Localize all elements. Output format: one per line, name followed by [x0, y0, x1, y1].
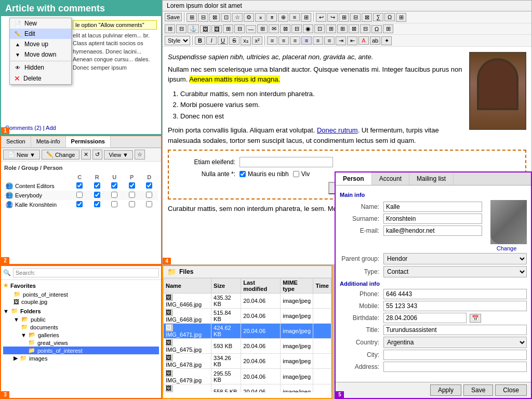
calendar-button[interactable]: 📅	[470, 314, 481, 323]
checkbox-d-0[interactable]	[146, 182, 152, 189]
ed-t2-5[interactable]: ⊞	[223, 24, 233, 33]
anchor-button[interactable]: ⚓	[188, 24, 199, 33]
menu-item-moveup[interactable]: ▲ Move up	[10, 39, 71, 49]
fav-item-points[interactable]: 📁 points_of_interest	[3, 290, 159, 298]
ed-btn-6[interactable]: ⚙	[244, 13, 254, 22]
ed-btn-1[interactable]: ⊞	[187, 13, 197, 22]
ed-btn-15[interactable]: ∑	[373, 13, 383, 21]
type-select[interactable]: Contact	[383, 266, 527, 277]
file-row-6[interactable]: 🖼IMG_6490.jpg558.5 KB20.04.06image/jpeg	[164, 384, 331, 392]
italic-button[interactable]: I	[206, 36, 217, 45]
style-select[interactable]: Style	[165, 36, 190, 45]
country-select[interactable]: Argentina	[383, 337, 527, 348]
menu-item-hidden[interactable]: 👁 Hidden	[10, 62, 71, 73]
align-justify[interactable]: ≡	[301, 36, 312, 45]
checkbox-p-2[interactable]	[129, 201, 135, 207]
ed-btn-3[interactable]: ⊠	[209, 13, 220, 22]
folder-public[interactable]: ▼ 📂 public	[3, 315, 159, 323]
tab-permissions[interactable]: Permissions	[66, 136, 111, 148]
form-checkbox[interactable]	[240, 171, 246, 177]
surname-input[interactable]	[383, 214, 482, 224]
save-person-button[interactable]: Save	[463, 384, 493, 396]
outdent-button[interactable]: ⇤	[347, 36, 357, 45]
checkbox-r-1[interactable]	[94, 192, 100, 198]
tab-mailing-list[interactable]: Mailing list	[409, 172, 454, 185]
address-input[interactable]	[383, 362, 527, 372]
align-left[interactable]: ≡	[267, 36, 277, 45]
apply-button[interactable]: Apply	[430, 384, 461, 396]
file-row-5[interactable]: 🖼IMG_6479.jpg295.55 KB20.04.06image/jpeg	[164, 369, 331, 384]
checkbox-r-0[interactable]	[94, 182, 100, 189]
ed-btn-2[interactable]: ⊟	[198, 13, 208, 22]
form-input-1[interactable]	[240, 157, 333, 167]
ed-t2-10[interactable]: ⊠	[280, 24, 290, 33]
undo-button[interactable]: ↩	[316, 13, 326, 22]
checkbox-p-0[interactable]	[129, 182, 135, 189]
add-link[interactable]: Add	[46, 125, 56, 131]
checkbox-c-1[interactable]	[76, 192, 83, 198]
save-button[interactable]: Save	[165, 13, 182, 21]
ed-t2-6[interactable]: ⊟	[234, 24, 245, 33]
refresh-button[interactable]: ↺	[92, 150, 102, 159]
strikethrough-button[interactable]: S	[229, 36, 240, 45]
phone-input[interactable]	[383, 289, 527, 299]
checkbox-p-1[interactable]	[129, 192, 135, 198]
ed-btn-14[interactable]: ⊠	[362, 13, 372, 22]
ed-btn-17[interactable]: ⊞	[396, 13, 406, 22]
underline-button[interactable]: U	[218, 36, 228, 45]
close-person-button[interactable]: Close	[495, 384, 527, 396]
file-row-3[interactable]: 🖼IMG_6475.jpg593 KB20.04.06image/jpeg	[164, 339, 331, 354]
email-input[interactable]	[383, 225, 482, 236]
subscript-button[interactable]: x₂	[241, 36, 251, 45]
ed-t2-2[interactable]: ⊟	[176, 24, 187, 33]
checkbox-u-0[interactable]	[111, 182, 117, 189]
ed-t2-19[interactable]: ⊞	[383, 24, 393, 33]
mobile-input[interactable]	[383, 301, 527, 311]
ed-t2-7[interactable]: —	[246, 25, 256, 33]
list-button[interactable]: ≡	[313, 36, 323, 45]
ed-btn-11[interactable]: ⊞	[301, 13, 311, 22]
ed-t2-3[interactable]: 🖼	[200, 25, 210, 33]
city-input[interactable]	[383, 350, 527, 360]
files-table-wrap[interactable]: Name Size Last modified MIME type Time 🖼…	[163, 278, 331, 392]
file-row-4[interactable]: 🖼IMG_6478.jpg334.26 KB20.04.06image/jpeg	[164, 354, 331, 369]
ed-btn-10[interactable]: ≡	[289, 13, 300, 21]
search-input[interactable]	[13, 268, 159, 277]
list-ordered-button[interactable]: ≡	[324, 36, 335, 45]
name-input[interactable]	[383, 202, 482, 212]
ed-btn-16[interactable]: Ω	[384, 13, 395, 21]
checkbox-d-2[interactable]	[146, 201, 152, 207]
menu-item-edit[interactable]: ✏️ Edit	[10, 29, 71, 39]
cleanup-button[interactable]: ✦	[381, 36, 392, 45]
ed-t2-4[interactable]: 🖼	[211, 25, 222, 33]
tab-metainfo[interactable]: Meta-info	[31, 136, 66, 148]
title-input[interactable]	[383, 325, 527, 335]
menu-item-delete[interactable]: ✕ Delete	[10, 73, 71, 84]
menu-item-movedown[interactable]: ▼ Move down	[10, 49, 71, 60]
ed-t2-18[interactable]: Ω	[371, 25, 382, 33]
align-center[interactable]: ≡	[278, 36, 289, 45]
checkbox-u-1[interactable]	[111, 192, 117, 198]
highlight-button[interactable]: ab	[370, 36, 380, 45]
ed-t2-16[interactable]: ⊠	[349, 24, 359, 33]
checkbox-c-0[interactable]	[76, 182, 83, 189]
checkbox-r-2[interactable]	[94, 201, 100, 207]
bold-button[interactable]: B	[195, 36, 205, 45]
new-button[interactable]: 📄 New ▼	[3, 150, 40, 159]
ed-t2-13[interactable]: ⊡	[314, 24, 325, 33]
ed-t2-8[interactable]: ⊞	[257, 24, 268, 33]
ed-btn-8[interactable]: ⌆	[267, 13, 277, 22]
folder-galleries[interactable]: ▼ 📂 galleries	[3, 331, 159, 339]
tab-account[interactable]: Account	[372, 172, 409, 185]
align-right[interactable]: ≡	[290, 36, 300, 45]
folder-points-of-interest[interactable]: 📁 points_of_interest	[3, 347, 159, 354]
ed-t2-9[interactable]: ✉	[269, 24, 279, 33]
redo-button[interactable]: ↪	[327, 13, 338, 22]
ed-btn-9[interactable]: ⊕	[278, 13, 288, 22]
ed-btn-12[interactable]: ⊞	[339, 13, 349, 22]
change-photo-link[interactable]: Change	[497, 245, 517, 251]
ed-btn-5[interactable]: ☆	[232, 13, 243, 22]
ed-t2-12[interactable]: ◉	[303, 24, 313, 33]
birthdate-input[interactable]	[383, 313, 467, 323]
ed-btn-13[interactable]: ⊟	[350, 13, 361, 22]
